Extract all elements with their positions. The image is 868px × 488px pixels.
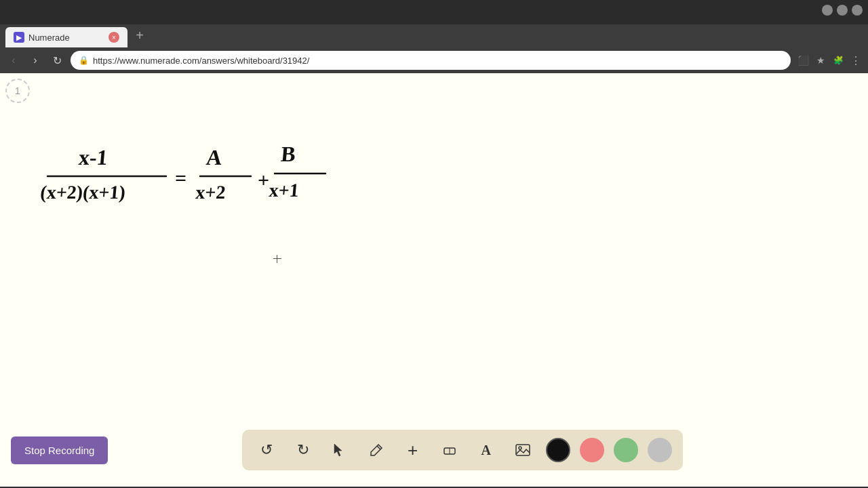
color-pink[interactable]: [580, 438, 604, 462]
undo-button[interactable]: ↺: [253, 436, 280, 464]
svg-text:A: A: [205, 145, 223, 169]
whiteboard-canvas[interactable]: 1 x-1 (x+2)(x+1) = A x+2 +: [0, 73, 868, 487]
tab-title: Numerade: [28, 33, 104, 43]
svg-text:+: +: [258, 169, 269, 191]
stop-recording-button[interactable]: Stop Recording: [11, 436, 108, 464]
svg-text:x+2: x+2: [195, 182, 226, 203]
tab-favicon: ▶: [14, 32, 24, 43]
cursor: [273, 255, 281, 263]
maximize-button[interactable]: [837, 5, 848, 16]
svg-text:B: B: [280, 142, 296, 166]
eraser-tool-button[interactable]: [436, 436, 463, 464]
step-indicator: 1: [5, 79, 30, 103]
extensions-icon[interactable]: 🧩: [831, 54, 845, 67]
url-text: https://www.numerade.com/answers/whitebo…: [93, 56, 309, 66]
address-bar[interactable]: 🔒 https://www.numerade.com/answers/white…: [71, 51, 791, 70]
svg-text:x-1: x-1: [78, 145, 109, 169]
refresh-button[interactable]: ↻: [49, 52, 65, 68]
svg-text:(x+2)(x+1): (x+2)(x+1): [39, 182, 126, 203]
forward-button[interactable]: ›: [27, 52, 43, 68]
select-tool-button[interactable]: [326, 436, 353, 464]
math-formula: x-1 (x+2)(x+1) = A x+2 + B x+1: [27, 127, 353, 239]
active-tab[interactable]: ▶ Numerade ×: [5, 27, 127, 47]
svg-marker-11: [334, 444, 342, 456]
svg-text:x+1: x+1: [269, 180, 300, 201]
new-tab-button[interactable]: +: [130, 26, 149, 45]
color-black[interactable]: [546, 438, 570, 462]
svg-text:=: =: [175, 167, 186, 189]
color-green[interactable]: [614, 438, 638, 462]
screen-record-icon[interactable]: ⬛: [796, 54, 810, 67]
bottom-toolbar: Stop Recording ↺ ↻ +: [0, 419, 868, 487]
tab-close-button[interactable]: ×: [108, 32, 119, 43]
minimize-button[interactable]: [822, 5, 833, 16]
color-gray[interactable]: [648, 438, 672, 462]
bookmark-icon[interactable]: ★: [814, 54, 827, 67]
tools-palette: ↺ ↻ +: [242, 430, 683, 470]
redo-button[interactable]: ↻: [290, 436, 317, 464]
back-button[interactable]: ‹: [5, 52, 22, 68]
close-button[interactable]: [852, 5, 863, 16]
pen-tool-button[interactable]: [363, 436, 390, 464]
text-tool-button[interactable]: A: [473, 436, 500, 464]
browser-menu-icon[interactable]: ⋮: [849, 54, 863, 67]
svg-point-16: [519, 447, 521, 449]
image-tool-button[interactable]: [509, 436, 536, 464]
add-tool-button[interactable]: +: [399, 436, 427, 464]
